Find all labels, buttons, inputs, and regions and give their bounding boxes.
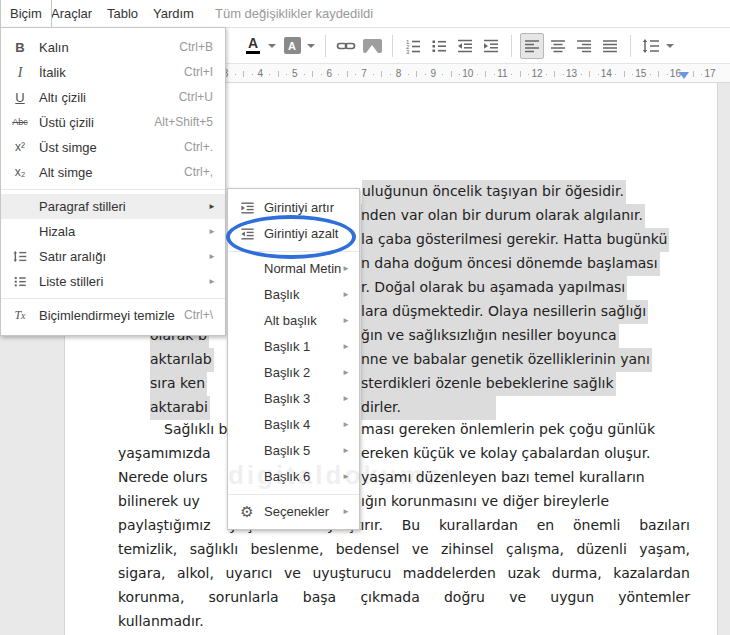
- menu-item-title[interactable]: Başlık ►: [228, 282, 359, 308]
- menu-tablo[interactable]: Tablo: [98, 0, 147, 27]
- align-right-button[interactable]: [572, 33, 596, 59]
- menu-item-shortcut: Ctrl+.: [184, 135, 213, 160]
- text-color-button[interactable]: A: [241, 33, 265, 59]
- menu-item-shortcut: Ctrl+U: [179, 85, 213, 110]
- ruler-tick: [477, 74, 478, 75]
- insert-link-button[interactable]: [334, 33, 358, 59]
- text-color-dropdown-icon[interactable]: [268, 44, 276, 48]
- menu-item-subscript[interactable]: x₂ Alt simge Ctrl+,: [1, 160, 225, 185]
- menu-bicim[interactable]: Biçim: [0, 0, 52, 28]
- document-text-fragment: la çaba gösterilmesi gerekir. Hatta bugü…: [361, 228, 669, 252]
- ruler-tick: [235, 74, 236, 75]
- insert-image-button[interactable]: [360, 33, 384, 59]
- menu-item-shortcut: Alt+Shift+5: [154, 110, 213, 135]
- line-spacing-dropdown-icon[interactable]: [666, 44, 674, 48]
- menu-item-align[interactable]: Hizala ►: [1, 219, 225, 244]
- toolbar-separator: [392, 35, 393, 57]
- document-text-line: temizlik, sağlıklı beslenme, bedensel ve…: [118, 540, 690, 559]
- ruler-number: 12: [531, 68, 542, 79]
- subscript-icon: x₂: [9, 160, 31, 185]
- menu-item-italic[interactable]: I İtalik Ctrl+I: [1, 60, 225, 85]
- menu-yardim[interactable]: Yardım: [144, 0, 203, 27]
- submenu-arrow-icon: ►: [208, 219, 216, 244]
- bold-icon: B: [9, 35, 31, 60]
- menu-item-normal-text[interactable]: Normal Metin ►: [228, 256, 359, 282]
- document-text-fragment: dirler.: [361, 396, 496, 420]
- canvas-gutter-right: [717, 83, 730, 635]
- menu-item-bold[interactable]: B Kalın Ctrl+B: [1, 35, 225, 60]
- increase-indent-button[interactable]: [479, 33, 503, 59]
- menu-separator: [228, 494, 359, 495]
- submenu-arrow-icon: ►: [208, 194, 216, 219]
- justify-icon: [602, 38, 618, 54]
- ruler-tick: [528, 74, 529, 75]
- ruler-tick: [667, 74, 668, 75]
- menu-item-label: Üstü çizili: [39, 110, 94, 135]
- document-text-fragment: n daha doğum öncesi dönemde başlaması: [361, 252, 660, 276]
- menu-item-paragraph-styles[interactable]: Paragraf stilleri ►: [1, 194, 225, 219]
- clear-formatting-icon: Tx: [9, 303, 31, 328]
- menu-item-strikethrough[interactable]: Abc Üstü çizili Alt+Shift+5: [1, 110, 225, 135]
- align-right-icon: [576, 38, 592, 54]
- align-left-button[interactable]: [520, 33, 544, 59]
- menu-item-label: İtalik: [39, 60, 66, 85]
- menu-item-options[interactable]: ⚙ Seçenekler ►: [228, 499, 359, 525]
- highlight-dropdown-icon[interactable]: [307, 44, 315, 48]
- ruler-number: 9: [430, 68, 436, 79]
- menu-item-heading-3[interactable]: Başlık 3 ►: [228, 386, 359, 412]
- ruler-number: 4: [257, 68, 263, 79]
- indent-increase-icon: [236, 195, 258, 221]
- decrease-indent-button[interactable]: [453, 33, 477, 59]
- justify-button[interactable]: [598, 33, 622, 59]
- menu-item-heading-4[interactable]: Başlık 4 ►: [228, 412, 359, 438]
- submenu-arrow-icon: ►: [342, 412, 350, 438]
- menu-item-underline[interactable]: U Altı çizili Ctrl+U: [1, 85, 225, 110]
- ruler-tick: [355, 74, 356, 75]
- bulleted-list-button[interactable]: [427, 33, 451, 59]
- ruler-tick: [581, 74, 582, 75]
- ruler-tick: [381, 71, 382, 77]
- menu-item-superscript[interactable]: x² Üst simge Ctrl+.: [1, 135, 225, 160]
- line-spacing-icon: [9, 244, 31, 269]
- ruler-tick: [485, 71, 486, 77]
- document-text-fragment: r. Doğal olarak bu aşamada yapılması: [361, 276, 627, 300]
- bulleted-list-icon: [431, 38, 447, 54]
- save-status-text: Tüm değişiklikler kaydedildi: [215, 0, 373, 27]
- ruler-number: 13: [566, 68, 577, 79]
- ruler-tick: [693, 71, 694, 77]
- menu-item-subtitle[interactable]: Alt başlık ►: [228, 308, 359, 334]
- menu-item-line-spacing[interactable]: Satır aralığı ►: [1, 244, 225, 269]
- ruler-tick: [554, 71, 555, 77]
- menu-item-list-styles[interactable]: Liste stilleri ►: [1, 269, 225, 294]
- line-spacing-button[interactable]: [639, 33, 663, 59]
- ruler-tick: [701, 74, 702, 75]
- link-icon: [336, 38, 356, 54]
- ruler-tick: [304, 74, 305, 75]
- align-left-icon: [524, 38, 540, 54]
- menu-item-heading-1[interactable]: Başlık 1 ►: [228, 334, 359, 360]
- submenu-arrow-icon: ►: [342, 308, 350, 334]
- indent-decrease-icon: [457, 38, 473, 54]
- document-text-fragment: bilinerek uy: [118, 492, 200, 511]
- ruler-indent-marker[interactable]: [679, 72, 689, 79]
- highlight-color-button[interactable]: A: [280, 33, 304, 59]
- ruler-tick: [286, 74, 287, 75]
- document-text-fragment: sıra ken: [150, 372, 207, 396]
- format-menu: B Kalın Ctrl+B I İtalik Ctrl+I U Altı çi…: [0, 27, 226, 336]
- menu-item-heading-2[interactable]: Başlık 2 ►: [228, 360, 359, 386]
- ruler-tick: [511, 74, 512, 75]
- ruler-number: 8: [396, 68, 402, 79]
- indent-increase-icon: [483, 38, 499, 54]
- numbered-list-button[interactable]: 1 2 3: [401, 33, 425, 59]
- menu-item-clear-formatting[interactable]: Tx Biçimlendirmeyi temizle Ctrl+\: [1, 303, 225, 328]
- document-text-fragment: ğın ve sağlıksızlığın nesiller boyunca: [361, 324, 619, 348]
- submenu-arrow-icon: ►: [208, 244, 216, 269]
- ruler-tick: [373, 74, 374, 75]
- menu-item-label: Paragraf stilleri: [39, 194, 126, 219]
- gear-icon: ⚙: [236, 499, 258, 525]
- document-text-fragment: ması gereken önlemlerin pek çoğu günlük: [361, 420, 655, 439]
- ruler-tick: [598, 74, 599, 75]
- document-text-line: paylaştığımız yaşamı kolaylaştırır. Bu k…: [118, 516, 690, 535]
- submenu-arrow-icon: ►: [342, 499, 350, 525]
- align-center-button[interactable]: [546, 33, 570, 59]
